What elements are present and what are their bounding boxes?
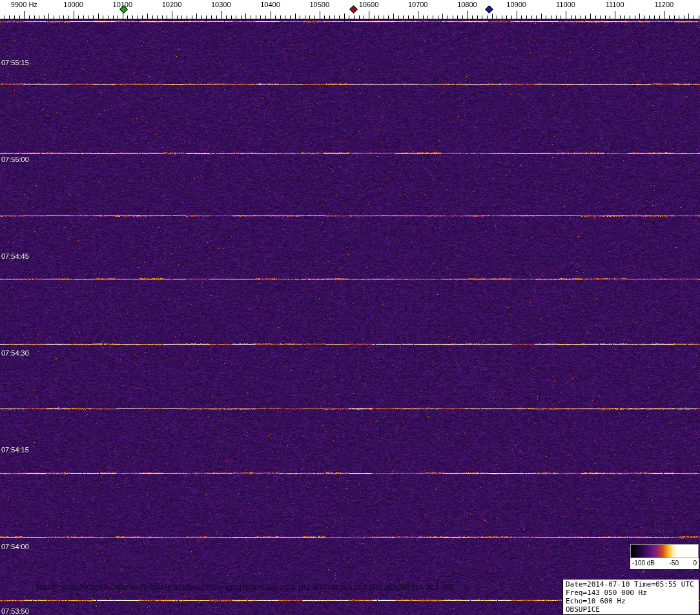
- waterfall-spectrogram: 07:55:15 07:55:00 07:54:45 07:54:30 07:5…: [0, 19, 700, 615]
- info-station: OBSUPICE: [566, 605, 696, 614]
- freq-label: 10900: [506, 1, 526, 8]
- info-echo: Echo=10 600 Hz: [566, 597, 696, 605]
- freq-label: 10600: [359, 1, 379, 8]
- legend-labels: -100 dB -50 0: [630, 558, 699, 569]
- legend-mid-label: -50: [670, 560, 679, 567]
- freq-label: 10500: [309, 1, 329, 8]
- observation-info-box: Date=2014-07-10 Time=05:55 UTC Freq=143 …: [562, 579, 699, 615]
- event-annotation: 20140710055350260 hCnt43 nb-70 f10475 hi…: [36, 583, 453, 591]
- freq-label: 11200: [654, 1, 674, 8]
- info-frequency: Freq=143 050 000 Hz: [566, 589, 696, 597]
- time-label: 07:54:15: [1, 446, 29, 454]
- freq-label: 10400: [260, 1, 280, 8]
- time-label: 07:53:50: [1, 607, 29, 615]
- colormap-gradient: [630, 544, 699, 558]
- freq-label: 10000: [63, 1, 83, 8]
- spectrogram-canvas: [0, 19, 700, 615]
- freq-label: 10300: [211, 1, 231, 8]
- time-label: 07:54:30: [1, 349, 29, 357]
- db-color-legend: -100 dB -50 0: [630, 544, 699, 569]
- frequency-ruler: 9900 Hz 10000 10100 10200 10300 10400 10…: [0, 0, 700, 19]
- legend-min-label: -100 dB: [632, 560, 655, 567]
- freq-label: 11100: [606, 1, 624, 8]
- info-date-time: Date=2014-07-10 Time=05:55 UTC: [566, 580, 696, 589]
- freq-label: 9900 Hz: [11, 1, 37, 8]
- spectrogram-app: 9900 Hz 10000 10100 10200 10300 10400 10…: [0, 0, 700, 615]
- freq-label: 10700: [408, 1, 428, 8]
- freq-label: 10800: [457, 1, 477, 8]
- freq-label: 11000: [556, 1, 575, 8]
- time-label: 07:55:15: [1, 59, 29, 66]
- legend-max-label: 0: [693, 560, 697, 567]
- freq-label: 10200: [162, 1, 182, 8]
- time-label: 07:55:00: [1, 156, 29, 163]
- time-label: 07:54:00: [1, 543, 29, 550]
- time-label: 07:54:45: [1, 252, 29, 260]
